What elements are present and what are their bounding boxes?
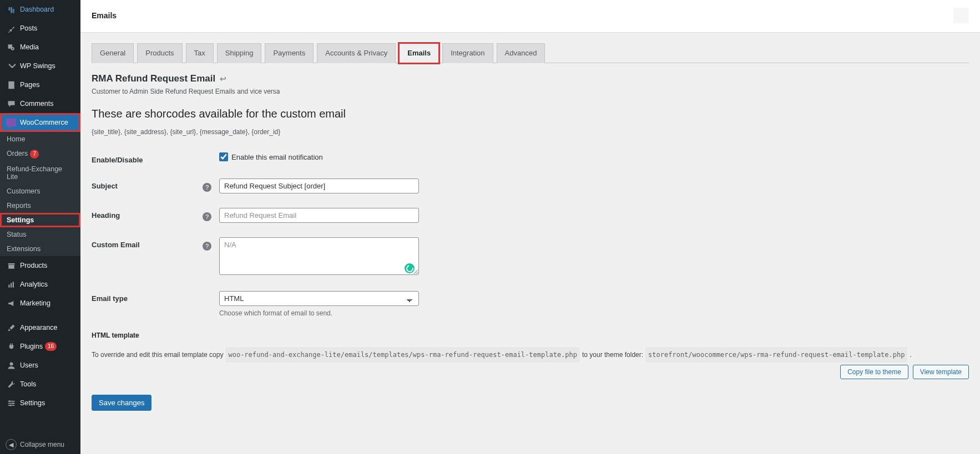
row-heading: Heading ? <box>92 208 969 223</box>
heading-input[interactable] <box>219 208 419 223</box>
submenu-item-refund-exchange[interactable]: Refund-Exchange Lite <box>0 162 80 184</box>
sidebar-item-media[interactable]: Media <box>0 38 80 57</box>
plug-icon <box>6 341 17 352</box>
help-icon[interactable]: ? <box>203 212 211 221</box>
tab-products[interactable]: Products <box>137 43 182 63</box>
sidebar-label: WP Swings <box>20 62 55 70</box>
view-template-button[interactable]: View template <box>913 365 969 379</box>
sidebar-label: Analytics <box>20 280 48 288</box>
sidebar-label: Marketing <box>20 299 50 307</box>
page-icon <box>6 79 17 90</box>
row-email-type: Email type HTML Choose which format of e… <box>92 291 969 317</box>
main-content: Emails General Products Tax Shipping Pay… <box>80 0 980 454</box>
tab-general[interactable]: General <box>92 43 134 63</box>
row-custom-email: Custom Email ? <box>92 237 969 277</box>
sidebar-item-plugins[interactable]: Plugins 16 <box>0 337 80 356</box>
collapse-icon: ◀ <box>6 439 17 450</box>
sidebar-item-analytics[interactable]: Analytics <box>0 275 80 294</box>
media-icon <box>6 42 17 53</box>
sidebar-item-wpswings[interactable]: WP Swings <box>0 57 80 75</box>
section-description: Customer to Admin Side Refund Request Em… <box>92 88 969 95</box>
grammarly-icon[interactable] <box>405 263 415 273</box>
shortcodes-list: {site_title}, {site_address}, {site_url}… <box>92 128 969 136</box>
sidebar-item-appearance[interactable]: Appearance <box>0 318 80 337</box>
wrench-icon <box>6 379 17 390</box>
row-subject: Subject ? <box>92 178 969 193</box>
chart-icon <box>6 279 17 290</box>
woocommerce-submenu: Home Orders7 Refund-Exchange Lite Custom… <box>0 132 80 256</box>
template-source-path: woo-refund-and-exchange-lite/emails/temp… <box>225 347 580 363</box>
svg-rect-5 <box>11 283 12 287</box>
orders-badge: 7 <box>30 150 39 159</box>
user-icon <box>6 360 17 371</box>
submenu-item-customers[interactable]: Customers <box>0 184 80 198</box>
help-icon[interactable]: ? <box>203 183 211 192</box>
copy-file-button[interactable]: Copy file to theme <box>840 365 908 379</box>
svg-rect-1 <box>9 81 14 88</box>
sidebar-item-users[interactable]: Users <box>0 356 80 375</box>
tab-accounts-privacy[interactable]: Accounts & Privacy <box>317 43 396 63</box>
comment-icon <box>6 98 17 109</box>
tab-emails[interactable]: Emails <box>399 43 439 63</box>
sidebar-item-comments[interactable]: Comments <box>0 94 80 113</box>
sidebar-item-posts[interactable]: Posts <box>0 19 80 38</box>
woocommerce-icon <box>6 117 17 128</box>
admin-sidebar: Dashboard Posts Media WP Swings Pages Co… <box>0 0 80 454</box>
label-subject: Subject <box>92 178 203 190</box>
tab-tax[interactable]: Tax <box>186 43 214 63</box>
svg-point-11 <box>9 400 11 402</box>
wpswings-icon <box>6 60 17 72</box>
label-enable: Enable/Disable <box>92 152 203 164</box>
submenu-item-extensions[interactable]: Extensions <box>0 242 80 256</box>
tab-integration[interactable]: Integration <box>442 43 493 63</box>
template-dest-path: storefront/woocommerce/wps-rma-refund-re… <box>645 347 907 363</box>
dashboard-icon <box>6 4 17 15</box>
svg-point-13 <box>9 404 11 406</box>
sidebar-item-products[interactable]: Products <box>0 256 80 275</box>
submenu-item-orders[interactable]: Orders7 <box>0 146 80 162</box>
settings-tabs: General Products Tax Shipping Payments A… <box>92 43 969 63</box>
page-title: Emails <box>92 11 117 20</box>
subject-input[interactable] <box>219 178 419 193</box>
sidebar-item-marketing[interactable]: Marketing <box>0 294 80 313</box>
back-link-icon[interactable]: ↩ <box>220 74 226 83</box>
sidebar-item-dashboard[interactable]: Dashboard <box>0 0 80 19</box>
enable-checkbox-label: Enable this email notification <box>231 153 323 161</box>
tab-advanced[interactable]: Advanced <box>497 43 545 63</box>
megaphone-icon <box>6 298 17 309</box>
sidebar-label: Products <box>20 262 47 269</box>
sidebar-item-woocommerce[interactable]: WooCommerce <box>0 113 80 132</box>
submenu-item-status[interactable]: Status <box>0 227 80 242</box>
enable-checkbox[interactable] <box>219 152 228 161</box>
sidebar-label: Pages <box>20 81 39 89</box>
tab-payments[interactable]: Payments <box>265 43 314 63</box>
email-type-select[interactable]: HTML <box>219 291 419 306</box>
user-avatar[interactable] <box>953 8 969 23</box>
collapse-menu[interactable]: ◀ Collapse menu <box>0 435 80 454</box>
save-changes-button[interactable]: Save changes <box>92 395 151 411</box>
sidebar-label: Plugins <box>20 343 43 350</box>
submenu-item-settings[interactable]: Settings <box>0 213 80 227</box>
archive-icon <box>6 260 17 271</box>
enable-checkbox-wrap[interactable]: Enable this email notification <box>219 152 530 161</box>
arrow-right-icon <box>80 119 84 126</box>
email-type-description: Choose which format of email to send. <box>219 309 530 317</box>
tab-shipping[interactable]: Shipping <box>217 43 262 63</box>
section-heading: RMA Refund Request Email ↩ <box>92 73 969 84</box>
template-heading: HTML template <box>92 331 969 339</box>
help-icon[interactable]: ? <box>203 242 211 251</box>
sidebar-item-wp-settings[interactable]: Settings <box>0 394 80 412</box>
sidebar-item-tools[interactable]: Tools <box>0 375 80 394</box>
submenu-item-reports[interactable]: Reports <box>0 198 80 213</box>
plugins-badge: 16 <box>45 342 57 351</box>
template-override-text: To override and edit this email template… <box>92 347 969 379</box>
submenu-item-home[interactable]: Home <box>0 132 80 146</box>
label-custom-email: Custom Email <box>92 237 203 249</box>
sidebar-label: Posts <box>20 24 37 32</box>
shortcodes-heading: These are shorcodes available for the cu… <box>92 108 969 120</box>
sidebar-item-pages[interactable]: Pages <box>0 75 80 94</box>
svg-rect-4 <box>8 284 9 287</box>
custom-email-textarea[interactable] <box>219 237 419 275</box>
svg-rect-2 <box>8 263 14 264</box>
sidebar-label: Settings <box>20 399 45 407</box>
